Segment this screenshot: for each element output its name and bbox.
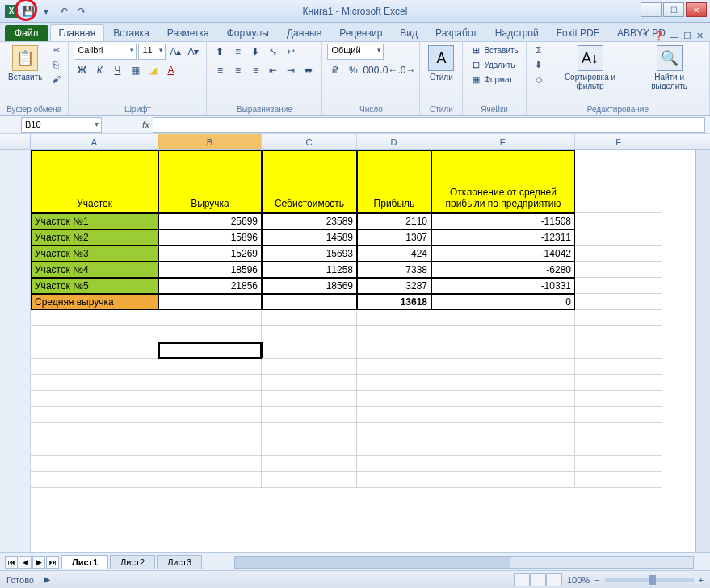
- formula-input[interactable]: [153, 117, 705, 133]
- tab-разработ[interactable]: Разработ: [426, 24, 486, 41]
- cell[interactable]: Участок №1: [31, 213, 158, 229]
- currency-icon[interactable]: ₽: [327, 62, 343, 78]
- sort-filter-button[interactable]: А↓ Сортировка и фильтр: [549, 44, 631, 92]
- cell[interactable]: 18596: [158, 262, 262, 278]
- sheet-nav-prev-icon[interactable]: ◀: [19, 556, 32, 569]
- cell[interactable]: [158, 375, 262, 391]
- indent-inc-icon[interactable]: ⇥: [283, 62, 299, 78]
- col-header-D[interactable]: D: [357, 134, 431, 149]
- indent-dec-icon[interactable]: ⇤: [265, 62, 281, 78]
- view-layout-icon[interactable]: [530, 573, 546, 586]
- cell[interactable]: [357, 472, 431, 488]
- align-right-icon[interactable]: ≡: [247, 62, 263, 78]
- cell[interactable]: [262, 342, 357, 359]
- cell[interactable]: [357, 342, 431, 359]
- cell[interactable]: [357, 310, 431, 326]
- cell[interactable]: -424: [357, 246, 431, 262]
- cell[interactable]: [262, 456, 357, 472]
- cell[interactable]: [575, 278, 662, 294]
- tab-главная[interactable]: Главная: [50, 24, 105, 41]
- cell[interactable]: [158, 326, 262, 342]
- cell[interactable]: [575, 213, 662, 229]
- cell[interactable]: [262, 359, 357, 375]
- file-tab[interactable]: Файл: [5, 25, 48, 41]
- cell[interactable]: 3287: [357, 278, 431, 294]
- cell[interactable]: [575, 326, 662, 342]
- cell[interactable]: [431, 456, 575, 472]
- cell[interactable]: [158, 423, 262, 439]
- bold-button[interactable]: Ж: [74, 62, 90, 78]
- wrap-text-icon[interactable]: ↩: [283, 44, 299, 60]
- zoom-in-icon[interactable]: +: [699, 575, 704, 585]
- header-cell[interactable]: Выручка: [158, 150, 262, 213]
- sheet-tab-Лист2[interactable]: Лист2: [110, 555, 155, 569]
- cell[interactable]: [262, 391, 357, 407]
- tab-вставка[interactable]: Вставка: [104, 24, 158, 41]
- sheet-tab-Лист1[interactable]: Лист1: [61, 555, 108, 569]
- save-icon[interactable]: 💾: [21, 4, 36, 19]
- cell[interactable]: [158, 310, 262, 326]
- tab-надстрой[interactable]: Надстрой: [486, 24, 548, 41]
- cell[interactable]: [431, 359, 575, 375]
- cell[interactable]: [158, 359, 262, 375]
- autosum-icon[interactable]: Σ: [531, 44, 546, 57]
- cell[interactable]: 13618: [357, 294, 431, 310]
- styles-button[interactable]: A Стили: [425, 44, 457, 83]
- cell[interactable]: [262, 294, 357, 310]
- cell[interactable]: -14042: [431, 246, 575, 262]
- cell[interactable]: [575, 229, 662, 246]
- cell[interactable]: [431, 310, 575, 326]
- cell[interactable]: [575, 359, 662, 375]
- tab-данные[interactable]: Данные: [278, 24, 330, 41]
- cell[interactable]: [575, 375, 662, 391]
- font-size-combo[interactable]: 11: [138, 44, 166, 60]
- cell[interactable]: [31, 439, 158, 456]
- undo-icon[interactable]: ↶: [57, 4, 71, 19]
- zoom-level[interactable]: 100%: [567, 575, 590, 585]
- macro-icon[interactable]: ▶: [44, 574, 50, 585]
- cell[interactable]: [31, 472, 158, 488]
- border-icon[interactable]: ▦: [127, 62, 143, 78]
- cell[interactable]: [158, 342, 262, 359]
- mdi-restore-icon[interactable]: ☐: [683, 31, 691, 41]
- cell[interactable]: [262, 423, 357, 439]
- cell[interactable]: [431, 439, 575, 456]
- cell[interactable]: 18569: [262, 278, 357, 294]
- sheet-nav-first-icon[interactable]: ⏮: [5, 556, 18, 569]
- mdi-close-icon[interactable]: ✕: [696, 31, 704, 41]
- header-cell[interactable]: Участок: [31, 150, 158, 213]
- cell[interactable]: 15693: [262, 246, 357, 262]
- cell[interactable]: [158, 456, 262, 472]
- cell[interactable]: [357, 423, 431, 439]
- fill-color-icon[interactable]: ◢: [145, 62, 161, 78]
- name-box[interactable]: B10: [21, 117, 102, 133]
- find-select-button[interactable]: 🔍 Найти и выделить: [634, 44, 704, 92]
- cell[interactable]: [357, 439, 431, 456]
- cell[interactable]: -10331: [431, 278, 575, 294]
- cell[interactable]: [431, 472, 575, 488]
- copy-icon[interactable]: ⎘: [48, 58, 63, 71]
- zoom-slider[interactable]: [605, 578, 694, 582]
- cut-icon[interactable]: ✂: [48, 44, 63, 57]
- cell[interactable]: [431, 375, 575, 391]
- tab-foxit pdf[interactable]: Foxit PDF: [548, 24, 608, 41]
- italic-button[interactable]: К: [91, 62, 107, 78]
- col-header-B[interactable]: B: [158, 134, 262, 149]
- cell[interactable]: 7338: [357, 262, 431, 278]
- cell[interactable]: [575, 423, 662, 439]
- cell[interactable]: [262, 407, 357, 423]
- cell[interactable]: Средняя выручка: [31, 294, 158, 310]
- header-cell[interactable]: Прибыль: [357, 150, 431, 213]
- align-left-icon[interactable]: ≡: [212, 62, 228, 78]
- maximize-button[interactable]: ☐: [663, 2, 684, 17]
- cell[interactable]: [262, 439, 357, 456]
- cell[interactable]: [575, 342, 662, 359]
- cell[interactable]: [262, 310, 357, 326]
- clear-icon[interactable]: ◇: [531, 73, 546, 86]
- qat-dd-icon[interactable]: ▾: [39, 4, 53, 19]
- horizontal-scrollbar[interactable]: [234, 556, 694, 569]
- cell[interactable]: [31, 359, 158, 375]
- underline-button[interactable]: Ч: [109, 62, 125, 78]
- align-bottom-icon[interactable]: ⬇: [247, 44, 263, 60]
- ribbon-min-icon[interactable]: ⌃: [641, 31, 649, 41]
